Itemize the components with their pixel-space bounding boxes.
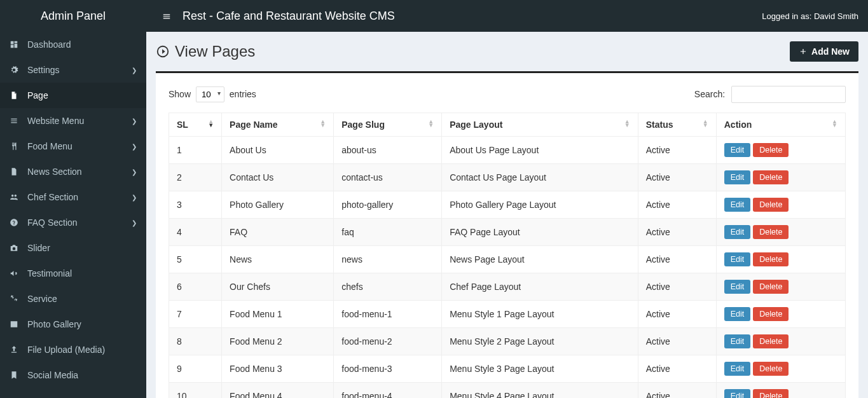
sidebar-item-file-upload-media-[interactable]: File Upload (Media) — [0, 337, 146, 362]
sidebar-item-label: Chef Section — [27, 192, 78, 202]
cogs-icon — [10, 294, 24, 303]
add-new-button[interactable]: Add New — [790, 41, 858, 62]
edit-button[interactable]: Edit — [724, 170, 751, 184]
edit-button[interactable]: Edit — [724, 280, 751, 294]
delete-button[interactable]: Delete — [753, 252, 789, 266]
sidebar-item-website-menu[interactable]: Website Menu❯ — [0, 108, 146, 134]
table-row: 6Our ChefschefsChef Page LayoutActiveEdi… — [169, 273, 846, 301]
bullhorn-icon — [10, 269, 24, 278]
topbar: Admin Panel Rest - Cafe and Restaurant W… — [0, 0, 868, 32]
sort-icon: ▲▼ — [320, 120, 326, 127]
sidebar-item-page[interactable]: Page — [0, 83, 146, 108]
edit-button[interactable]: Edit — [724, 362, 751, 376]
column-header[interactable]: Action▲▼ — [716, 113, 845, 137]
sidebar-item-testimonial[interactable]: Testimonial — [0, 261, 146, 286]
chevron-right-icon: ❯ — [132, 168, 137, 175]
cell-action: EditDelete — [716, 246, 845, 273]
sidebar-item-label: Social Media — [27, 370, 78, 380]
sidebar-item-label: Website Menu — [27, 116, 84, 126]
table-row: 8Food Menu 2food-menu-2Menu Style 2 Page… — [169, 328, 846, 355]
add-new-label: Add New — [811, 46, 850, 57]
sidebar-item-service[interactable]: Service — [0, 286, 146, 312]
table-length: Show 10 entries — [169, 86, 256, 102]
length-select[interactable]: 10 — [196, 86, 224, 102]
cell-layout: News Page Layout — [442, 246, 638, 273]
table-row: 3Photo Galleryphoto-galleryPhoto Gallery… — [169, 191, 846, 219]
delete-button[interactable]: Delete — [753, 280, 789, 294]
cell-name: News — [222, 246, 334, 273]
cell-sl: 3 — [169, 191, 222, 219]
cell-action: EditDelete — [716, 137, 845, 164]
column-header[interactable]: Page Slug▲▼ — [334, 113, 442, 137]
delete-button[interactable]: Delete — [753, 362, 789, 376]
column-header[interactable]: Status▲▼ — [638, 113, 716, 137]
cell-status: Active — [638, 383, 716, 399]
cell-status: Active — [638, 219, 716, 246]
edit-button[interactable]: Edit — [724, 198, 751, 212]
cell-name: Food Menu 4 — [222, 383, 334, 399]
pages-table: SL▲▼Page Name▲▼Page Slug▲▼Page Layout▲▼S… — [169, 113, 846, 398]
gear-icon — [10, 65, 24, 74]
delete-button[interactable]: Delete — [753, 334, 789, 348]
cell-slug: food-menu-4 — [334, 383, 442, 399]
sidebar-item-chef-section[interactable]: Chef Section❯ — [0, 184, 146, 210]
edit-button[interactable]: Edit — [724, 225, 751, 239]
cell-layout: Menu Style 1 Page Layout — [442, 301, 638, 328]
column-header[interactable]: Page Name▲▼ — [222, 113, 334, 137]
sidebar-item-social-media[interactable]: Social Media — [0, 362, 146, 388]
sidebar-item-slider[interactable]: Slider — [0, 235, 146, 261]
logged-in-prefix: Logged in as: — [762, 11, 814, 21]
sidebar-item-settings[interactable]: Settings❯ — [0, 57, 146, 83]
chevron-right-icon: ❯ — [132, 219, 137, 226]
sidebar-item-dashboard[interactable]: Dashboard — [0, 32, 146, 57]
edit-button[interactable]: Edit — [724, 389, 751, 398]
edit-button[interactable]: Edit — [724, 307, 751, 321]
logged-in-text[interactable]: Logged in as: David Smith — [762, 11, 858, 21]
bars-icon — [162, 12, 171, 21]
cell-action: EditDelete — [716, 328, 845, 355]
search-input[interactable] — [731, 86, 846, 103]
delete-button[interactable]: Delete — [753, 389, 789, 398]
table-row: 1About Usabout-usAbout Us Page LayoutAct… — [169, 137, 846, 164]
delete-button[interactable]: Delete — [753, 225, 789, 239]
edit-button[interactable]: Edit — [724, 143, 751, 157]
chevron-right-icon: ❯ — [132, 143, 137, 150]
sidebar-toggle[interactable] — [156, 10, 177, 22]
cell-sl: 5 — [169, 246, 222, 273]
sidebar-item-news-section[interactable]: News Section❯ — [0, 159, 146, 184]
sidebar-item-label: Photo Gallery — [27, 319, 81, 329]
delete-button[interactable]: Delete — [753, 307, 789, 321]
search-label: Search: — [694, 89, 725, 99]
card: Show 10 entries Search: SL▲▼Page Name▲▼P… — [156, 71, 858, 398]
brand[interactable]: Admin Panel — [0, 0, 146, 32]
edit-button[interactable]: Edit — [724, 334, 751, 348]
users-icon — [10, 193, 24, 202]
arrow-circle-right-icon — [156, 45, 170, 58]
sidebar-item-faq-section[interactable]: FAQ Section❯ — [0, 210, 146, 235]
content-header: View Pages Add New — [156, 41, 858, 62]
chevron-right-icon: ❯ — [132, 67, 137, 74]
page-title-text: View Pages — [175, 43, 255, 60]
sidebar-item-label: Dashboard — [27, 39, 71, 50]
delete-button[interactable]: Delete — [753, 198, 789, 212]
column-header[interactable]: Page Layout▲▼ — [442, 113, 638, 137]
table-controls: Show 10 entries Search: — [169, 86, 846, 103]
edit-button[interactable]: Edit — [724, 252, 751, 266]
delete-button[interactable]: Delete — [753, 143, 789, 157]
sidebar-item-photo-gallery[interactable]: Photo Gallery — [0, 312, 146, 337]
cell-name: Contact Us — [222, 164, 334, 191]
sidebar-item-label: Testimonial — [27, 268, 72, 278]
cell-name: Food Menu 3 — [222, 355, 334, 383]
sidebar-item-food-menu[interactable]: Food Menu❯ — [0, 134, 146, 159]
cell-layout: Contact Us Page Layout — [442, 164, 638, 191]
cell-slug: food-menu-2 — [334, 328, 442, 355]
table-row: 10Food Menu 4food-menu-4Menu Style 4 Pag… — [169, 383, 846, 399]
cell-name: Photo Gallery — [222, 191, 334, 219]
delete-button[interactable]: Delete — [753, 170, 789, 184]
table-search: Search: — [694, 86, 846, 103]
cell-status: Active — [638, 246, 716, 273]
question-icon — [10, 218, 24, 227]
cell-name: About Us — [222, 137, 334, 164]
column-header[interactable]: SL▲▼ — [169, 113, 222, 137]
sidebar-item-label: Settings — [27, 65, 60, 75]
